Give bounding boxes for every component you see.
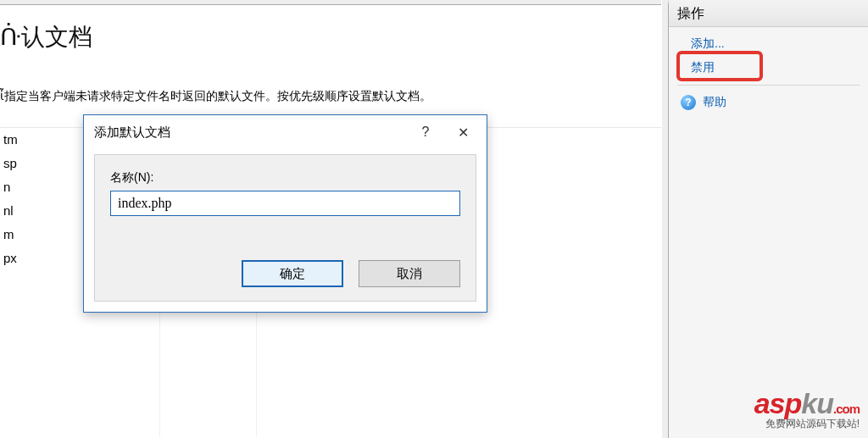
page-description: ἶ指定当客户端未请求特定文件名时返回的默认文件。按优先级顺序设置默认文档。 [0,89,431,104]
help-action[interactable]: ? 帮助 [677,92,860,113]
dialog-body: 名称(N): 确定 取消 [94,154,476,302]
disable-action[interactable]: 禁用 [677,56,860,80]
brand-suffix: .com [833,402,860,416]
name-field-label: 名称(N): [110,170,460,186]
watermark: aspku.com 免费网站源码下载站! [754,387,860,431]
add-default-document-dialog: 添加默认文档 ? ✕ 名称(N): 确定 取消 [83,114,487,313]
page-title: ᑜ认文档 [0,21,92,53]
dialog-title: 添加默认文档 [94,125,407,141]
dialog-titlebar: 添加默认文档 ? ✕ [84,115,487,149]
brand-mid: ku [801,387,833,419]
dialog-help-button[interactable]: ? [407,119,444,146]
add-action[interactable]: 添加... [677,32,860,56]
help-label: 帮助 [703,95,726,110]
name-input[interactable] [110,191,460,216]
dialog-close-button[interactable]: ✕ [444,119,481,146]
actions-panel-title: 操作 [669,0,868,27]
panel-gutter [662,0,669,438]
actions-separator [677,85,860,86]
actions-panel: 操作 添加... 禁用 ? 帮助 [668,0,868,438]
cancel-button[interactable]: 取消 [359,260,460,287]
brand-prefix: asp [754,387,802,419]
brand-tagline: 免费网站源码下载站! [754,417,860,431]
ok-button[interactable]: 确定 [242,260,343,287]
top-chrome-border [0,0,661,5]
help-icon: ? [681,95,696,110]
